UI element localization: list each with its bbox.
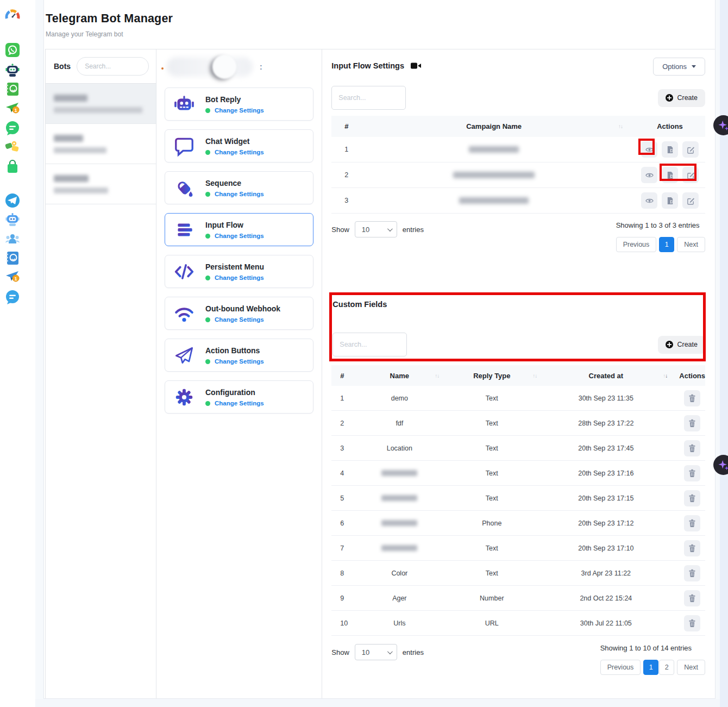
scrollbar[interactable] — [720, 0, 728, 707]
page-button[interactable]: 1 — [643, 660, 658, 675]
robot-blue-icon[interactable] — [5, 212, 20, 227]
sort-icon[interactable]: ↑↓ — [618, 123, 635, 129]
col-created-at: Created at — [549, 372, 663, 380]
entries-label: entries — [403, 648, 424, 656]
contacts-book-green-icon[interactable] — [5, 82, 20, 97]
bots-panel-header: Bots — [46, 49, 156, 84]
settings-card-action-buttons[interactable]: Action ButtonsChange Settings — [165, 339, 313, 372]
next-page-button[interactable]: Next — [677, 237, 705, 252]
bots-panel: Bots — [46, 49, 156, 698]
sort-icon-active[interactable]: ↑↓ — [663, 373, 679, 379]
settings-card-configuration[interactable]: ConfigurationChange Settings — [165, 380, 313, 414]
page-size-value: 10 — [362, 226, 369, 234]
page: 11 Telegram Bot Manager Manage your Tele… — [0, 0, 728, 707]
telegram-icon[interactable] — [5, 193, 20, 208]
next-page-button[interactable]: Next — [677, 660, 705, 675]
card-title: Sequence — [205, 179, 241, 187]
card-title: Persistent Menu — [205, 262, 264, 271]
delete-field-button[interactable] — [684, 515, 700, 531]
chevron-down-icon — [387, 649, 393, 654]
shopping-bag-icon[interactable] — [5, 159, 20, 174]
field-created-at: 30th Jul 22 11:05 — [549, 620, 663, 627]
sort-icon[interactable]: ↑↓ — [532, 373, 549, 379]
previous-page-button[interactable]: Previous — [600, 660, 641, 675]
delete-field-button[interactable] — [684, 390, 700, 406]
delete-field-button[interactable] — [684, 615, 700, 631]
robot-green-icon[interactable] — [5, 62, 20, 78]
page-size-select[interactable]: 10 — [355, 221, 397, 237]
paper-plane-coin-icon[interactable]: 1 — [5, 101, 20, 116]
export-campaign-button[interactable] — [662, 192, 678, 209]
export-campaign-button[interactable] — [662, 167, 678, 183]
page-button[interactable]: 1 — [659, 237, 674, 252]
speedometer-icon[interactable] — [5, 9, 20, 24]
campaign-search-input[interactable] — [331, 86, 406, 110]
view-campaign-button[interactable] — [641, 167, 657, 183]
paper-plane-badge-blue-icon[interactable]: 1 — [5, 269, 20, 284]
field-created-at: 20th Sep 23 17:15 — [549, 495, 663, 502]
bot-list-item[interactable] — [46, 84, 156, 124]
whatsapp-icon[interactable] — [5, 42, 20, 58]
field-reply-type: Text — [451, 495, 532, 502]
change-settings-link[interactable]: Change Settings — [215, 107, 264, 114]
options-button[interactable]: Options — [653, 58, 705, 76]
change-settings-link[interactable]: Change Settings — [215, 400, 264, 406]
bot-list-item[interactable] — [46, 164, 156, 204]
edit-campaign-button[interactable] — [682, 192, 699, 209]
edit-campaign-button[interactable] — [682, 141, 699, 158]
settings-card-out-bound-webhook[interactable]: Out-bound WebhookChange Settings — [165, 297, 313, 330]
card-title: Input Flow — [205, 221, 243, 229]
showing-entries-text: Showing 1 to 10 of 14 entries — [600, 644, 705, 652]
custom-fields-search-input[interactable] — [332, 333, 407, 356]
page-size-select[interactable]: 10 — [355, 644, 397, 660]
change-settings-link[interactable]: Change Settings — [215, 149, 264, 155]
chat-bubble-green-icon[interactable] — [5, 121, 20, 136]
field-reply-type: Text — [451, 420, 532, 427]
view-campaign-button[interactable] — [641, 141, 657, 158]
field-reply-type: Text — [451, 570, 532, 577]
change-settings-link[interactable]: Change Settings — [215, 233, 264, 239]
svg-text:1: 1 — [14, 108, 17, 113]
create-custom-field-button[interactable]: Create — [658, 336, 705, 354]
contacts-book-blue-icon[interactable] — [5, 251, 20, 266]
page-button[interactable]: 2 — [659, 660, 674, 675]
change-settings-link[interactable]: Change Settings — [215, 274, 264, 281]
delete-field-button[interactable] — [684, 415, 700, 431]
bots-search-input[interactable] — [77, 57, 149, 76]
delete-field-button[interactable] — [684, 590, 700, 606]
settings-card-persistent-menu[interactable]: Persistent MenuChange Settings — [165, 255, 313, 288]
create-campaign-button[interactable]: Create — [658, 89, 705, 107]
settings-card-sequence[interactable]: SequenceChange Settings — [165, 171, 313, 204]
handshake-puzzle-icon[interactable] — [5, 139, 20, 154]
team-icon[interactable] — [5, 232, 20, 247]
card-title: Configuration — [205, 388, 255, 397]
settings-card-chat-widget[interactable]: Chat WidgetChange Settings — [165, 129, 313, 162]
edit-campaign-button[interactable] — [682, 167, 699, 183]
persistent-menu-icon — [173, 260, 196, 283]
status-green-dot — [205, 150, 210, 155]
change-settings-link[interactable]: Change Settings — [215, 358, 264, 365]
video-camera-icon[interactable] — [411, 62, 421, 70]
settings-card-bot-reply[interactable]: Bot ReplyChange Settings — [165, 87, 313, 121]
delete-field-button[interactable] — [684, 490, 700, 506]
row-number: 9 — [331, 595, 364, 602]
change-settings-link[interactable]: Change Settings — [215, 191, 264, 197]
panel-columns: Bots : Bot ReplyChange SettingsChat Widg… — [45, 49, 715, 698]
field-name: Color — [391, 570, 407, 577]
chat-bubble-blue-icon[interactable] — [5, 290, 20, 305]
delete-field-button[interactable] — [684, 465, 700, 481]
settings-card-input-flow[interactable]: Input FlowChange Settings — [165, 213, 313, 246]
ai-assistant-badge[interactable] — [713, 115, 728, 135]
row-number: 1 — [331, 146, 369, 153]
custom-field-row: 1demoText30th Sep 23 11:35 — [331, 386, 705, 411]
view-campaign-button[interactable] — [641, 192, 657, 209]
delete-field-button[interactable] — [684, 565, 700, 581]
previous-page-button[interactable]: Previous — [616, 237, 657, 252]
sort-icon[interactable]: ↑↓ — [435, 373, 451, 379]
export-campaign-button[interactable] — [662, 141, 678, 158]
delete-field-button[interactable] — [684, 540, 700, 556]
change-settings-link[interactable]: Change Settings — [215, 316, 264, 323]
bot-list-item[interactable] — [46, 124, 156, 164]
ai-assistant-badge[interactable] — [713, 455, 728, 475]
delete-field-button[interactable] — [684, 440, 700, 456]
